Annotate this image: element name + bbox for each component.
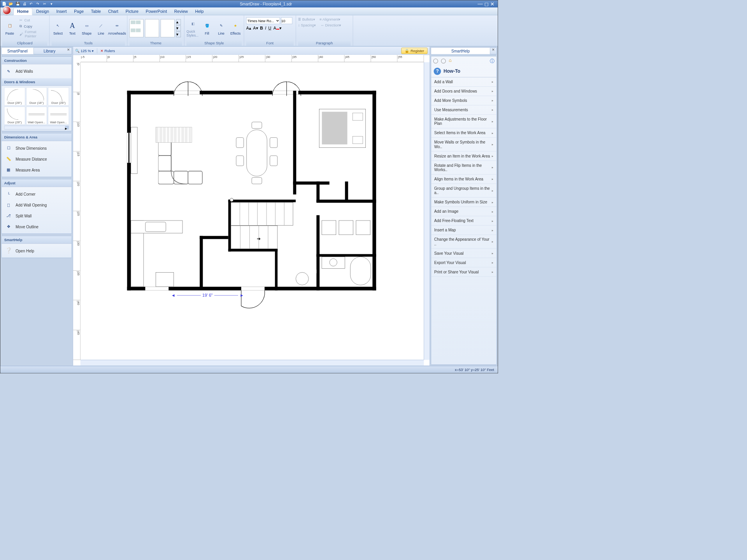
tab-powerpoint[interactable]: PowerPoint (142, 8, 170, 14)
measure-distance-row[interactable]: 📏Measure Distance (4, 154, 69, 164)
qat-redo-icon[interactable]: ↷ (35, 1, 41, 7)
shape-icon: ▭ (82, 21, 91, 30)
show-dimensions-row[interactable]: ☐Show Dimensions (4, 143, 69, 154)
fill-button[interactable]: 🪣Fill (201, 17, 214, 39)
howto-item[interactable]: Make Adjustments to the Floor Plan▸ (431, 115, 496, 128)
howto-item[interactable]: Export Your Visual▸ (431, 258, 496, 267)
tab-design[interactable]: Design (33, 8, 53, 14)
tab-chart[interactable]: Chart (105, 8, 122, 14)
tab-picture[interactable]: Picture (122, 8, 142, 14)
door-symbol[interactable]: Door (28") (4, 107, 25, 125)
app-orb-button[interactable] (2, 6, 11, 15)
left-tab-library[interactable]: Library (33, 48, 65, 54)
format-painter-button[interactable]: 🖌 Format Painter (19, 29, 47, 38)
howto-item[interactable]: Add a Wall▸ (431, 77, 496, 87)
font-color-button[interactable]: A▾ (274, 26, 281, 31)
howto-item[interactable]: Add More Symbols▸ (431, 96, 496, 105)
arrowheads-button[interactable]: ⇔Arrowheads (109, 17, 125, 39)
ribbon-tabs: Home Design Insert Page Table Chart Pict… (0, 7, 498, 15)
qat-undo-icon[interactable]: ↶ (28, 1, 34, 7)
minimize-button[interactable]: — (477, 1, 482, 7)
left-panel-close[interactable]: ✕ (65, 48, 72, 54)
howto-item[interactable]: Add Free-Floating Text▸ (431, 216, 496, 226)
split-wall-row[interactable]: ⎇Split Wall (4, 210, 69, 221)
open-help-row[interactable]: ❔Open Help (4, 245, 69, 256)
qat-cut-icon[interactable]: ✂ (42, 1, 47, 7)
qat-save-icon[interactable]: 💾 (15, 1, 21, 7)
tab-page[interactable]: Page (70, 8, 88, 14)
howto-item[interactable]: Rotate and Flip Items in the Works..▸ (431, 161, 496, 174)
qat-print-icon[interactable]: 🖨 (21, 1, 27, 7)
horizontal-scrollbar[interactable] (81, 360, 424, 366)
howto-item[interactable]: Group and Ungroup Items in the a..▸ (431, 184, 496, 198)
door-symbol[interactable]: Door (18") (26, 88, 47, 106)
alignment-button[interactable]: ≡ Alignment▾ (319, 18, 340, 22)
add-wall-opening-row[interactable]: ⎕Add Wall Opening (4, 200, 69, 210)
howto-item[interactable]: Select Items in the Work Area▸ (431, 128, 496, 138)
select-button[interactable]: ↖Select (52, 17, 65, 39)
cut-button[interactable]: ✂ Cut (19, 18, 47, 23)
howto-item[interactable]: Align Items in the Work Area▸ (431, 175, 496, 184)
line-button[interactable]: ／Line (95, 17, 107, 39)
howto-item[interactable]: Move Walls or Symbols in the Wo..▸ (431, 138, 496, 151)
right-panel-close[interactable]: ✕ (490, 48, 496, 54)
register-button[interactable]: 🔒 Register (401, 47, 427, 54)
move-outline-row[interactable]: ✥Move Outline (4, 221, 69, 232)
howto-item[interactable]: Change the Appearance of Your ..▸ (431, 235, 496, 248)
copy-button[interactable]: ⧉ Copy (19, 23, 47, 29)
tab-review[interactable]: Review (170, 8, 191, 14)
door-symbol[interactable]: Door (28") (4, 88, 25, 106)
wall-opening-symbol[interactable]: Wall Openi... (26, 107, 47, 125)
howto-item[interactable]: Add Doors and Windows▸ (431, 87, 496, 96)
howto-item[interactable]: Resize an Item in the Work Area▸ (431, 151, 496, 161)
right-tab-smarthelp[interactable]: SmartHelp (431, 48, 490, 54)
center-handle[interactable] (230, 198, 233, 201)
drawing-canvas[interactable]: ➔ ◄19' 6"► (81, 62, 424, 360)
close-button[interactable]: ✕ (490, 1, 494, 7)
bold-button[interactable]: B (260, 26, 263, 30)
quick-styles-button[interactable]: ◧Quick Styles... (186, 17, 199, 39)
howto-item[interactable]: Add an Image▸ (431, 207, 496, 216)
door-symbol[interactable]: Door (28") (48, 88, 69, 106)
tab-home[interactable]: Home (13, 8, 33, 15)
qat-open-icon[interactable]: 📂 (8, 1, 14, 7)
text-button[interactable]: AText (66, 17, 79, 39)
font-size-input[interactable] (281, 18, 292, 24)
theme-gallery[interactable]: ▴▾▾ (130, 16, 182, 40)
bullets-button[interactable]: ≣ Bullets▾ (298, 18, 315, 22)
horizontal-ruler: |-5|0|5|10|15|20|25|30|35|40|45|50|55 (81, 55, 424, 62)
nav-fwd-icon[interactable]: ◯ (441, 58, 446, 64)
line-style-button[interactable]: ✎Line (215, 17, 228, 39)
measure-area-row[interactable]: ▦Measure Area (4, 164, 69, 175)
spacing-button[interactable]: ↕ Spacing▾ (298, 23, 316, 27)
left-tab-smartpanel[interactable]: SmartPanel (2, 48, 33, 54)
add-walls-row[interactable]: ✎Add Walls (4, 66, 69, 77)
howto-item[interactable]: Print or Share Your Visual▸ (431, 267, 496, 276)
effects-button[interactable]: ★Effects (229, 17, 242, 39)
shape-button[interactable]: ▭Shape (80, 17, 93, 39)
howto-item[interactable]: Save Your Visual▸ (431, 248, 496, 258)
tab-help[interactable]: Help (191, 8, 207, 14)
direction-button[interactable]: ↔ Direction▾ (321, 23, 341, 27)
paste-button[interactable]: 📋 Paste (2, 17, 17, 39)
qat-dropdown-icon[interactable]: ▾ (49, 1, 54, 7)
howto-item[interactable]: Make Symbols Uniform in Size▸ (431, 198, 496, 207)
italic-button[interactable]: I (265, 26, 266, 30)
vertical-scrollbar[interactable] (424, 62, 430, 360)
rulers-toggle[interactable]: ✕ Rulers (100, 49, 115, 53)
tab-insert[interactable]: Insert (53, 8, 70, 14)
nav-back-icon[interactable]: ◯ (433, 58, 438, 64)
zoom-control[interactable]: 🔍 125 % ▾ (75, 49, 94, 53)
font-family-select[interactable]: Times New Ro... (246, 18, 280, 24)
maximize-button[interactable]: ◻ (484, 1, 489, 7)
underline-button[interactable]: U (268, 26, 272, 30)
howto-item[interactable]: Use Measurements▸ (431, 105, 496, 115)
howto-item[interactable]: Insert a Map▸ (431, 226, 496, 235)
home-icon[interactable]: ⌂ (449, 58, 451, 64)
tab-table[interactable]: Table (87, 8, 104, 14)
add-corner-row[interactable]: └Add Corner (4, 189, 69, 200)
font-grow-icon[interactable]: A▴ (246, 26, 251, 31)
wall-opening-symbol[interactable]: Wall Open... (48, 107, 69, 125)
font-shrink-icon[interactable]: A▾ (253, 26, 258, 31)
help-info-icon[interactable]: ⓘ (490, 58, 494, 64)
